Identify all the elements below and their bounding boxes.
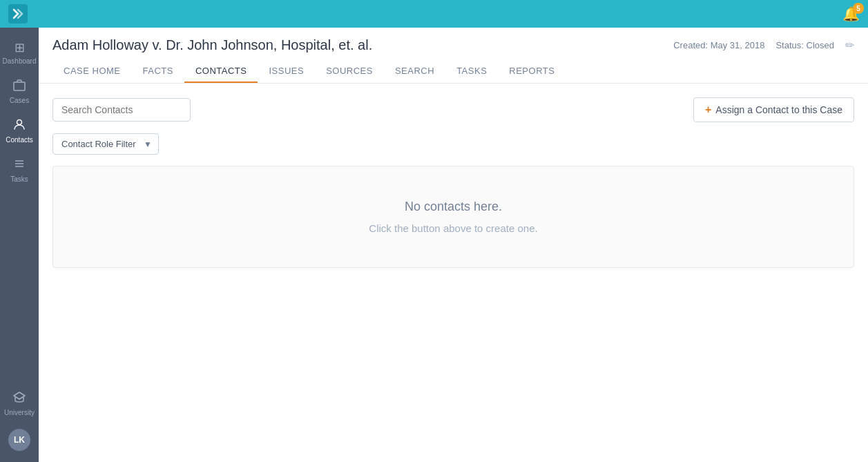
sidebar-label-tasks: Tasks — [10, 175, 28, 183]
plus-icon: + — [705, 104, 711, 116]
case-title: Adam Holloway v. Dr. John Johnson, Hospi… — [52, 37, 372, 53]
case-header: Adam Holloway v. Dr. John Johnson, Hospi… — [39, 28, 868, 84]
dashboard-icon: ⊞ — [15, 40, 25, 55]
sidebar: ⊞ Dashboard Cases Contacts — [0, 28, 39, 462]
empty-secondary-text: Click the button above to create one. — [67, 222, 840, 234]
top-bar: 🔔 5 — [0, 0, 868, 28]
tab-facts[interactable]: FACTS — [132, 60, 184, 83]
case-created: Created: May 31, 2018 — [673, 40, 764, 50]
role-filter-wrapper: Contact Role Filter ▼ — [52, 133, 159, 155]
toolbar-row: + Assign a Contact to this Case — [52, 97, 854, 122]
tab-issues[interactable]: ISSUES — [258, 60, 315, 83]
contacts-icon — [13, 118, 26, 134]
sidebar-item-university[interactable]: University — [1, 384, 37, 423]
sidebar-label-contacts: Contacts — [6, 136, 32, 144]
filter-row: Contact Role Filter ▼ — [52, 133, 854, 155]
svg-rect-0 — [14, 82, 25, 90]
tab-reports[interactable]: REPORTS — [498, 60, 566, 83]
tab-sources[interactable]: SOURCES — [315, 60, 384, 83]
search-input[interactable] — [52, 98, 191, 122]
app-logo[interactable] — [8, 4, 28, 23]
sidebar-label-cases: Cases — [10, 97, 29, 104]
empty-primary-text: No contacts here. — [67, 200, 840, 214]
sidebar-label-university: University — [4, 409, 35, 416]
user-avatar[interactable]: LK — [8, 429, 30, 451]
contact-role-filter[interactable]: Contact Role Filter — [52, 133, 159, 155]
assign-button-label: Assign a Contact to this Case — [715, 104, 842, 115]
page-content: + Assign a Contact to this Case Contact … — [39, 84, 868, 462]
empty-state: No contacts here. Click the button above… — [52, 166, 854, 268]
tab-contacts[interactable]: CONTACTS — [184, 60, 258, 83]
sidebar-label-dashboard: Dashboard — [3, 57, 37, 65]
sidebar-item-dashboard[interactable]: ⊞ Dashboard — [0, 33, 39, 72]
notification-bell[interactable]: 🔔 5 — [842, 6, 860, 22]
content-area: Adam Holloway v. Dr. John Johnson, Hospi… — [39, 28, 868, 462]
case-status: Status: Closed — [775, 40, 834, 50]
case-meta: Created: May 31, 2018 Status: Closed — [673, 40, 834, 50]
svg-point-1 — [17, 120, 22, 125]
edit-icon[interactable]: ✏ — [845, 39, 854, 52]
tab-case-home[interactable]: CASE HOME — [52, 60, 132, 83]
cases-icon — [13, 79, 26, 95]
sidebar-item-tasks[interactable]: Tasks — [0, 151, 39, 190]
tasks-icon — [13, 157, 26, 173]
sidebar-item-cases[interactable]: Cases — [0, 72, 39, 111]
tab-tasks[interactable]: TASKS — [445, 60, 498, 83]
assign-contact-button[interactable]: + Assign a Contact to this Case — [693, 97, 854, 122]
university-icon — [13, 391, 26, 407]
notification-badge: 5 — [853, 3, 864, 14]
nav-tabs: CASE HOME FACTS CONTACTS ISSUES SOURCES … — [52, 60, 854, 83]
tab-search[interactable]: SEARCH — [384, 60, 445, 83]
sidebar-item-contacts[interactable]: Contacts — [0, 111, 39, 151]
